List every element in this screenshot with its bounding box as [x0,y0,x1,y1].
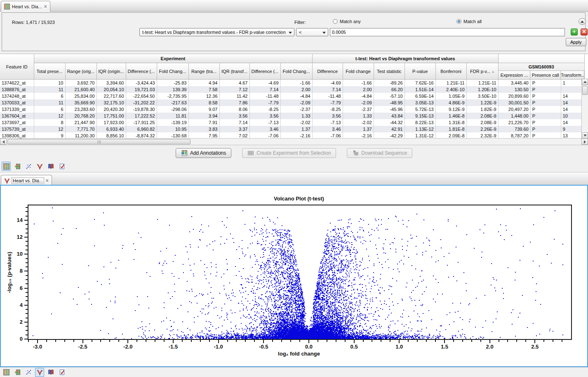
table-row[interactable]: 1374622_at103,692.703,394.60-3,424.43-25… [0,80,584,87]
table-cell[interactable]: -25.83 [157,80,188,87]
horizontal-scroll-thumb[interactable] [7,139,191,144]
table-cell[interactable]: 11.42 [219,93,249,99]
table-cell[interactable]: -7.79 [312,99,343,106]
table-cell[interactable]: 14 [561,93,584,99]
column-header[interactable]: Difference [312,63,343,80]
volcano-scatter-canvas[interactable] [28,205,571,339]
column-header[interactable]: IQR (origin... [96,63,126,80]
table-cell[interactable]: 9.07 [188,106,219,113]
table-cell[interactable]: 9.15E-13 [405,113,435,119]
column-header[interactable]: Range (orig... [65,63,96,80]
table-cell[interactable]: 8.06 [219,106,249,113]
table-cell[interactable]: 21,600.40 [65,86,96,93]
volcano-plot-view-icon[interactable] [35,162,44,171]
table-cell[interactable]: 66.20 [374,86,405,93]
table-cell[interactable]: 1.81E-8 [435,126,466,132]
table-cell[interactable]: 2.08E-9 [466,119,498,126]
table-cell[interactable]: 6.59E-14 [405,93,435,99]
table-cell[interactable]: 2.00 [343,86,374,93]
table-cell[interactable]: 4.94 [188,80,219,87]
table-cell[interactable]: 739.60 [498,126,530,132]
table-cell[interactable]: 14 [561,106,584,113]
table-cell[interactable]: -45.96 [374,106,405,113]
column-header[interactable]: Test statistic [374,63,405,80]
table-cell[interactable]: 12 [34,126,65,132]
table-cell[interactable]: 12 [34,113,65,119]
table-cell[interactable]: -4.69 [249,80,280,87]
table-row[interactable]: 1374248_at625,834.0022,717.60-22,654.50-… [0,93,584,99]
match-any-radio[interactable]: Match any [333,19,361,24]
column-header[interactable]: IQR (transf... [219,63,249,80]
table-cell[interactable]: 6,960.82 [126,126,157,132]
match-all-radio[interactable]: Match all [456,19,482,24]
table-cell[interactable]: 6 [34,93,65,99]
table-cell[interactable]: 3.56 [219,113,249,119]
column-header[interactable]: Fold Chang... [157,63,188,80]
table-cell[interactable]: -4.69 [312,80,343,87]
table-cell[interactable]: P [530,99,561,106]
remove-filter-criterion-button[interactable]: ✕ [581,28,588,35]
table-cell[interactable]: 1.46E-8 [435,113,466,119]
table-cell[interactable]: 6,933.40 [96,126,126,132]
column-header[interactable]: Fold Chang... [280,63,312,80]
table-cell[interactable]: 8,856.10 [96,132,126,139]
table-row[interactable]: 1370033_at1135,669.9032,175.10-31,202.22… [0,99,584,106]
table-cell[interactable]: 1 [561,80,584,87]
add-filter-criterion-button[interactable]: + [571,28,578,35]
table-cell[interactable]: 7.91 [188,119,219,126]
table-cell[interactable]: -89.26 [374,80,405,87]
table-cell[interactable]: -8,874.32 [126,132,157,139]
table-row[interactable]: 1398306_at911,200.308,856.10-8,874.32-13… [0,132,584,139]
table-cell[interactable]: 6 [34,106,65,113]
table-cell[interactable]: 2.09E-8 [435,132,466,139]
table-cell[interactable] [561,86,584,93]
table-cell[interactable]: P [530,86,561,93]
table-cell[interactable]: 17,222.52 [126,113,157,119]
column-header[interactable]: P-value [405,63,435,80]
table-cell[interactable]: 21,447.90 [65,119,96,126]
table-cell[interactable]: P [530,93,561,99]
table-cell[interactable]: 3.46 [249,126,280,132]
table-cell[interactable]: 11.81 [157,113,188,119]
table-cell[interactable]: -8.25 [312,106,343,113]
download-sequence-button[interactable]: Download Sequence [347,148,412,158]
tab-heart-vs-dia-volcano[interactable]: Heart vs. Dia... × [1,175,52,186]
table-cell[interactable]: 1374248_at [0,93,34,99]
scroll-right-button[interactable] [581,139,588,145]
table-cell[interactable]: 32,175.10 [96,99,126,106]
table-cell[interactable]: 8.58 [188,99,219,106]
table-cell[interactable]: 25,834.00 [65,93,96,99]
filter-value-input[interactable] [330,28,565,36]
add-annotations-button[interactable]: Add Annotations [176,148,231,158]
table-cell[interactable]: 1370033_at [0,99,34,106]
table-cell[interactable]: P [530,113,561,119]
table-view-icon[interactable] [2,162,11,171]
table-cell[interactable]: -2.09 [280,99,312,106]
close-icon[interactable]: × [46,179,49,183]
table-cell[interactable]: -217.63 [157,99,188,106]
table-cell[interactable]: 7.14 [219,119,249,126]
table-cell[interactable]: 2.08E-9 [466,113,498,119]
table-cell[interactable]: 3.56 [312,113,343,119]
table-cell[interactable]: 3.37 [219,126,249,132]
table-cell[interactable]: 13 [561,132,584,139]
table-row[interactable]: 1388876_at1121,600.4020,054.1019,721.031… [0,86,584,93]
table-cell[interactable]: -2,735.95 [157,93,188,99]
column-header-feature-id[interactable]: Feature ID [0,54,34,80]
table-cell[interactable]: P [530,126,561,132]
column-header[interactable]: Bonferroni [435,63,466,80]
table-row[interactable]: 1375739_at127,771.706,933.406,960.8210.9… [0,126,584,132]
table-cell[interactable]: 1.22E-9 [466,99,498,106]
table-cell[interactable]: -298.06 [157,106,188,113]
table-cell[interactable]: -3,424.43 [126,80,157,87]
column-header[interactable]: Transform... [561,71,584,79]
table-cell[interactable]: 7.12 [219,86,249,93]
history-view-icon[interactable] [46,368,55,377]
table-cell[interactable]: 1388876_at [0,86,34,93]
table-cell[interactable]: -8.25 [249,106,280,113]
table-cell[interactable]: 1,448.00 [498,113,530,119]
table-cell[interactable]: 3.05E-13 [405,99,435,106]
table-cell[interactable]: 17,923.00 [96,119,126,126]
table-cell[interactable]: 9 [34,132,65,139]
table-cell[interactable]: 4.67 [219,80,249,87]
